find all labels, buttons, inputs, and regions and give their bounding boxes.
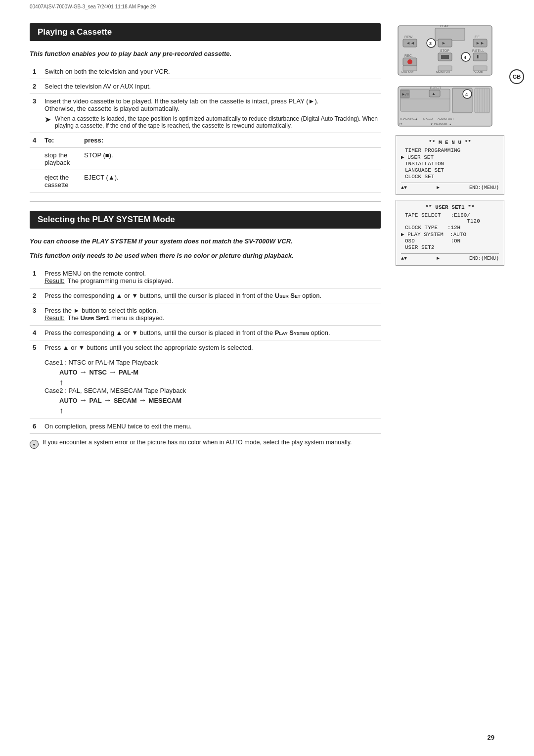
- right-column: REW PLAY F.F ◄◄ ► ►► 3 REC.: [396, 23, 504, 449]
- step1-row: 1 Switch on both the television and your…: [30, 64, 381, 79]
- svg-rect-28: [438, 66, 452, 71]
- s2-step5-row: 5 Press ▲ or ▼ buttons until you select …: [30, 340, 381, 419]
- section1-title: Playing a Cassette: [30, 23, 381, 41]
- s2-step4-row: 4 Press the corresponding ▲ or ▼ buttons…: [30, 326, 381, 340]
- s2-step1-text: Press MENU on the remote control. Result…: [42, 266, 381, 288]
- menu1-item-timer: TIMER PROGRAMMING: [401, 147, 499, 153]
- case2-up-arrow: ↑: [59, 406, 63, 415]
- svg-text:TRACKING▲: TRACKING▲: [400, 117, 418, 120]
- section2-intro2: This function only needs to be used when…: [30, 252, 381, 259]
- section1-steps: 1 Switch on both the television and your…: [30, 64, 381, 192]
- svg-text:►/II: ►/II: [401, 92, 409, 96]
- step3-text: Insert the video cassette to be played. …: [42, 94, 381, 133]
- svg-text:⏸: ⏸: [476, 54, 481, 59]
- step4-num: 4: [30, 133, 42, 148]
- s2-step1-num: 1: [30, 266, 42, 288]
- step4-eject-action: eject the cassette: [42, 170, 81, 192]
- case1-label: Case1 : NTSC or PAL-M Tape Playback: [44, 359, 158, 366]
- step1-num: 1: [30, 64, 42, 79]
- menu1-item-language: LANGUAGE SET: [401, 167, 499, 173]
- step2-text: Select the television AV or AUX input.: [42, 79, 381, 94]
- step2-num: 2: [30, 79, 42, 94]
- svg-text:PLAY: PLAY: [440, 24, 449, 28]
- section2-steps: 1 Press MENU on the remote control. Resu…: [30, 266, 381, 434]
- menu1-footer: ▲▼ ► END:(MENU): [401, 183, 499, 190]
- s2-step5-text: Press ▲ or ▼ buttons until you select th…: [42, 340, 381, 419]
- s2-step4-text: Press the corresponding ▲ or ▼ buttons, …: [42, 326, 381, 340]
- s2-step2-row: 2 Press the corresponding ▲ or ▼ buttons…: [30, 288, 381, 303]
- gb-badge: GB: [509, 69, 524, 84]
- section2-intro1: You can choose the PLAY SYSTEM if your s…: [30, 237, 381, 245]
- s2-step6-row: 6 On completion, press MENU twice to exi…: [30, 419, 381, 434]
- svg-text:AUDIO OUT: AUDIO OUT: [438, 117, 454, 120]
- section1-intro: This function enables you to play back a…: [30, 50, 381, 57]
- step3-num: 3: [30, 94, 42, 133]
- svg-text:▲: ▲: [432, 92, 436, 96]
- section2-note: ● If you encounter a system error or the…: [30, 439, 381, 449]
- svg-rect-19: [441, 55, 449, 59]
- case2-label: Case2 : PAL, SECAM, MESECAM Tape Playbac…: [44, 387, 186, 394]
- note-arrow-icon: ➤: [44, 115, 51, 124]
- s2-step2-num: 2: [30, 288, 42, 303]
- svg-text:►►: ►►: [476, 41, 485, 46]
- case1-diagram: AUTO → NTSC → PAL-M: [59, 368, 378, 377]
- s2-step3-text: Press the ► button to select this option…: [42, 303, 381, 326]
- vcr-top-illustration: REW PLAY F.F ◄◄ ► ►► 3 REC.: [396, 23, 504, 79]
- svg-text:SPEED: SPEED: [423, 117, 433, 120]
- svg-text:►: ►: [442, 41, 446, 46]
- step3-note: ➤ When a cassette is loaded, the tape po…: [44, 115, 378, 129]
- menu2-box: ** USER SET1 ** TAPE SELECT :E180/ T120 …: [396, 200, 504, 266]
- svg-text:REW: REW: [404, 35, 413, 39]
- step2-row: 2 Select the television AV or AUX input.: [30, 79, 381, 94]
- page-content: Playing a Cassette This function enables…: [0, 13, 534, 459]
- page-header: 00407A)SV-7000W-GB-3_sea 7/24/01 11:18 A…: [0, 0, 534, 13]
- svg-point-17: [407, 59, 412, 64]
- s2-step2-text: Press the corresponding ▲ or ▼ buttons, …: [42, 288, 381, 303]
- page-number: 29: [488, 734, 494, 741]
- step3-note-text: When a cassette is loaded, the tape posi…: [55, 115, 378, 129]
- header-text: 00407A)SV-7000W-GB-3_sea 7/24/01 11:18 A…: [30, 4, 156, 9]
- menu2-item-userset2: USER SET2: [401, 244, 499, 250]
- svg-rect-27: [403, 66, 417, 71]
- s2-step4-num: 4: [30, 326, 42, 340]
- svg-rect-1: [435, 28, 465, 41]
- svg-text:▼ CHANNEL ▲: ▼ CHANNEL ▲: [430, 123, 452, 126]
- menu1-title: ** M E N U **: [401, 140, 499, 145]
- case1-up-arrow: ↑: [59, 378, 63, 386]
- step4-label-press: press:: [81, 133, 381, 148]
- step4-stop-press: STOP (■).: [81, 148, 381, 170]
- step4-label-to: To:: [42, 133, 81, 148]
- s2-step3-row: 3 Press the ► button to select this opti…: [30, 303, 381, 326]
- menu1-item-clock: CLOCK SET: [401, 174, 499, 180]
- menu1-box: ** M E N U ** TIMER PROGRAMMING USER SET…: [396, 135, 504, 195]
- vcr-bottom-illustration: ►/II EJECT ▲ 4 TRACKING▲: [396, 84, 504, 130]
- svg-text:4: 4: [465, 92, 468, 97]
- step4-eject-row: eject the cassette EJECT (▲).: [30, 170, 381, 192]
- svg-rect-29: [473, 66, 487, 71]
- s2-step3-result: Result: The User Set1 menu is displayed.: [44, 314, 378, 322]
- menu2-item-playsystem: PLAY SYSTEM :AUTO: [401, 231, 499, 237]
- menu2-item-tape: TAPE SELECT :E180/ T120: [401, 212, 499, 224]
- s2-step3-num: 3: [30, 303, 42, 326]
- menu1-item-installation: INSTALLATION: [401, 161, 499, 167]
- cassette-note-icon: ●: [30, 440, 39, 449]
- s2-step1-row: 1 Press MENU on the remote control. Resu…: [30, 266, 381, 288]
- step3-row: 3 Insert the video cassette to be played…: [30, 94, 381, 133]
- menu1-item-userset: USER SET: [401, 154, 499, 160]
- vcr-top-svg: REW PLAY F.F ◄◄ ► ►► 3 REC.: [396, 23, 494, 78]
- section-divider: [30, 201, 381, 202]
- section2-title: Selecting the PLAY SYSTEM Mode: [30, 211, 381, 229]
- svg-text:F.F: F.F: [475, 35, 480, 39]
- svg-text:EJECT: EJECT: [430, 86, 442, 90]
- menu2-item-clock: CLOCK TYPE :12H: [401, 225, 499, 231]
- menu2-footer: ▲▼ ► END:(MENU): [401, 253, 499, 261]
- svg-text:◄◄: ◄◄: [406, 41, 415, 46]
- s2-step6-text: On completion, press MENU twice to exit …: [42, 419, 381, 434]
- step4-eject-press: EJECT (▲).: [81, 170, 381, 192]
- section2-note-text: If you encounter a system error or the p…: [43, 439, 352, 446]
- step1-text: Switch on both the television and your V…: [42, 64, 381, 79]
- left-column: Playing a Cassette This function enables…: [30, 23, 381, 449]
- step4-stop-action: stop the playback: [42, 148, 81, 170]
- svg-text:4: 4: [464, 55, 466, 60]
- case2-diagram: AUTO → PAL → SECAM → MESECAM: [59, 396, 378, 405]
